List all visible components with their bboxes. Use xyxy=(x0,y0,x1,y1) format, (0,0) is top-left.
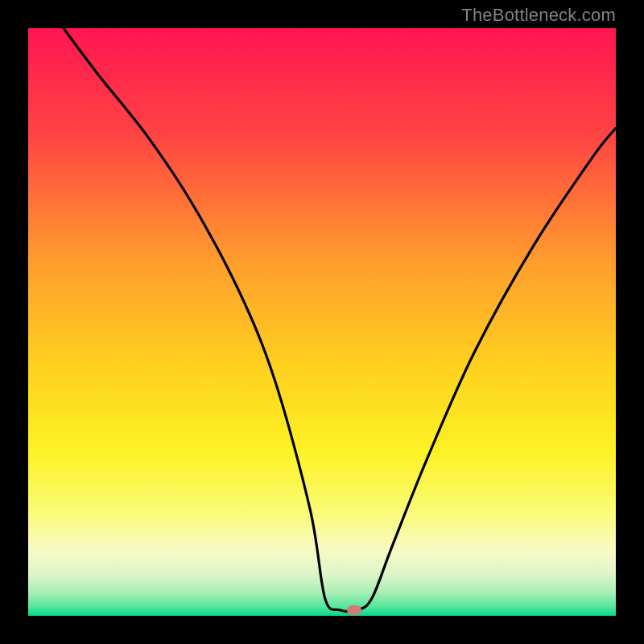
bottleneck-curve xyxy=(28,28,616,616)
plot-area xyxy=(28,28,616,616)
attribution-text: TheBottleneck.com xyxy=(461,5,616,26)
optimal-point-marker xyxy=(347,605,361,615)
chart-frame: TheBottleneck.com xyxy=(0,0,644,644)
